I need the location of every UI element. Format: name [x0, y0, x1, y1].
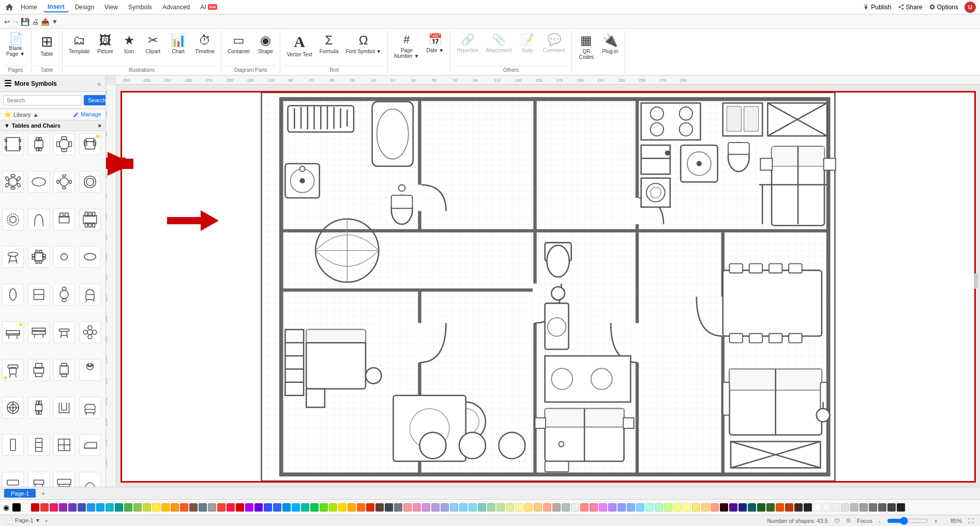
symbol-bar-stool[interactable]: [2, 246, 24, 268]
symbol-rect-long[interactable]: [28, 284, 50, 305]
color-swatch[interactable]: [68, 503, 77, 512]
color-swatch[interactable]: [748, 503, 756, 512]
note-btn[interactable]: 📝 Note: [516, 31, 539, 55]
section-chevron[interactable]: ▼: [4, 122, 10, 129]
color-swatch[interactable]: [608, 503, 616, 512]
add-page-bottom[interactable]: +: [45, 518, 48, 524]
menu-item-home[interactable]: Home: [17, 3, 41, 12]
color-swatch[interactable]: [78, 503, 86, 512]
attachment-btn[interactable]: 📎 Attachment: [483, 31, 515, 55]
plug-in-btn[interactable]: 🔌 Plug-in: [599, 31, 622, 56]
symbol-rect-large[interactable]: [79, 209, 101, 230]
font-symbol-btn[interactable]: Ω Font Symbol ▼: [342, 31, 384, 56]
color-swatch[interactable]: [580, 503, 589, 512]
color-swatch[interactable]: [152, 503, 160, 512]
redo-btn[interactable]: ↪: [12, 18, 19, 26]
menu-item-advanced[interactable]: Advanced: [158, 3, 194, 12]
color-swatch[interactable]: [636, 503, 644, 512]
color-swatch[interactable]: [329, 503, 337, 512]
page-number-btn[interactable]: # PageNumber ▼: [391, 31, 422, 61]
symbol-stool[interactable]: [53, 321, 75, 343]
color-swatch[interactable]: [785, 503, 793, 512]
color-swatch[interactable]: [282, 503, 291, 512]
timeline-btn[interactable]: ⏱ Timeline: [192, 31, 218, 56]
manage-link[interactable]: Manage: [73, 111, 101, 118]
color-swatch[interactable]: [50, 503, 58, 512]
color-swatch[interactable]: [320, 503, 328, 512]
color-swatch[interactable]: [496, 503, 505, 512]
color-swatch[interactable]: [841, 503, 849, 512]
color-swatch[interactable]: [562, 503, 570, 512]
search-input[interactable]: [3, 95, 82, 105]
color-swatch[interactable]: [627, 503, 635, 512]
color-swatch[interactable]: [375, 503, 384, 512]
color-swatch[interactable]: [236, 503, 244, 512]
share2-btn[interactable]: 📤: [41, 18, 50, 26]
print-btn[interactable]: 🖨: [32, 18, 39, 26]
symbol-round-6[interactable]: [2, 171, 24, 193]
color-swatch[interactable]: [245, 503, 253, 512]
color-swatch[interactable]: [590, 503, 598, 512]
menu-item-symbols[interactable]: Symbols: [124, 3, 156, 12]
search-button[interactable]: Search: [84, 95, 106, 105]
undo-btn[interactable]: ↩: [4, 18, 10, 26]
color-swatch[interactable]: [822, 503, 831, 512]
color-swatch[interactable]: [12, 503, 21, 512]
chart-btn[interactable]: 📊 Chart: [165, 31, 191, 56]
formula-btn[interactable]: Σ Formula: [316, 31, 342, 56]
color-swatch[interactable]: [348, 503, 356, 512]
options-btn[interactable]: Options: [929, 4, 958, 11]
color-swatch[interactable]: [310, 503, 319, 512]
symbol-curve[interactable]: [79, 472, 101, 487]
color-swatch[interactable]: [804, 503, 812, 512]
user-avatar[interactable]: U: [964, 2, 976, 13]
color-swatch[interactable]: [385, 503, 393, 512]
more-btn[interactable]: ▼: [52, 18, 58, 25]
color-swatch[interactable]: [180, 503, 188, 512]
color-swatch[interactable]: [403, 503, 412, 512]
symbol-table-2c[interactable]: [28, 359, 50, 381]
color-swatch[interactable]: [217, 503, 225, 512]
symbol-single-v[interactable]: [2, 434, 24, 456]
symbol-table-4c[interactable]: [53, 359, 75, 381]
symbol-round-2[interactable]: [53, 284, 75, 305]
page-dropdown[interactable]: ▼: [35, 517, 41, 523]
color-swatch[interactable]: [655, 503, 663, 512]
symbol-chair-4[interactable]: [28, 133, 50, 155]
hyperlink-btn[interactable]: 🔗 Hyperlink: [454, 31, 481, 55]
menu-item-insert[interactable]: Insert: [43, 2, 69, 12]
palette-icon[interactable]: ◉: [3, 503, 9, 512]
symbol-rect-2[interactable]: [53, 209, 75, 230]
color-swatch[interactable]: [469, 503, 477, 512]
shape-btn[interactable]: ◉ Shape: [254, 31, 277, 56]
color-swatch[interactable]: [459, 503, 468, 512]
color-swatch[interactable]: [692, 503, 700, 512]
symbol-bench-sm[interactable]: [28, 472, 50, 487]
color-swatch[interactable]: [766, 503, 775, 512]
color-swatch[interactable]: [683, 503, 691, 512]
symbol-oval-lg[interactable]: [79, 246, 101, 268]
qr-codes-btn[interactable]: ▦ QRCodes: [575, 31, 598, 62]
color-swatch[interactable]: [711, 503, 719, 512]
color-swatch[interactable]: [59, 503, 67, 512]
symbol-chaise[interactable]: [79, 434, 101, 456]
symbol-round-table-4[interactable]: [53, 133, 75, 155]
color-swatch[interactable]: [357, 503, 365, 512]
color-swatch[interactable]: [115, 503, 123, 512]
color-swatch[interactable]: [413, 503, 421, 512]
publish-btn[interactable]: Publish: [863, 4, 891, 11]
symbol-bench-lg[interactable]: [53, 472, 75, 487]
color-swatch[interactable]: [422, 503, 430, 512]
color-swatch[interactable]: [87, 503, 95, 512]
page-tab-1[interactable]: Page-1: [4, 489, 36, 498]
collapse-btn[interactable]: «: [97, 80, 101, 88]
color-swatch[interactable]: [227, 503, 235, 512]
color-swatch[interactable]: [487, 503, 495, 512]
container-btn[interactable]: ▭ Container: [224, 31, 253, 56]
add-page-btn[interactable]: +: [38, 488, 48, 499]
color-swatch[interactable]: [133, 503, 142, 512]
color-swatch[interactable]: [850, 503, 858, 512]
color-swatch[interactable]: [794, 503, 803, 512]
home-icon[interactable]: [4, 2, 14, 12]
section-close-btn[interactable]: ×: [98, 122, 101, 129]
